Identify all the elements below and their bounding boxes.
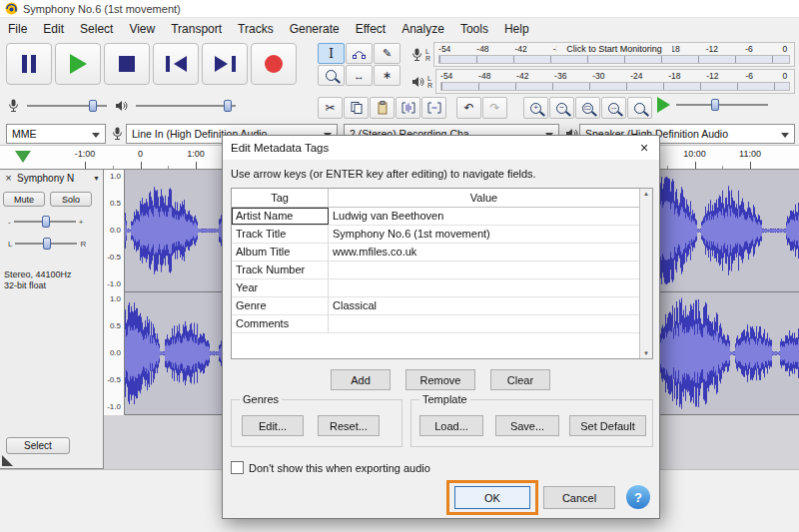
menu-effect[interactable]: Effect [348, 19, 394, 39]
tag-cell[interactable]: Genre [232, 297, 329, 314]
tag-cell[interactable]: Comments [232, 315, 329, 332]
scroll-up-icon[interactable]: ▲ [643, 191, 649, 197]
menu-file[interactable]: File [0, 19, 35, 39]
tag-cell[interactable]: Year [232, 279, 329, 296]
clear-button[interactable]: Clear [490, 369, 550, 390]
cancel-button[interactable]: Cancel [543, 486, 615, 509]
zoom-tool-button[interactable] [318, 65, 345, 86]
track-select-button[interactable]: Select [6, 437, 70, 454]
value-cell[interactable] [329, 279, 639, 296]
pause-button[interactable] [6, 43, 52, 85]
stop-button[interactable] [104, 43, 150, 85]
recording-volume-slider[interactable] [27, 98, 107, 114]
playback-meter[interactable]: LR -54-48-42-36-30-24-18-12-60 [411, 69, 795, 94]
meter-scale-number: -48 [476, 44, 488, 54]
playback-volume-slider[interactable] [136, 98, 236, 114]
menu-help[interactable]: Help [496, 19, 537, 39]
tag-cell[interactable]: Artist Name [232, 208, 329, 225]
record-button[interactable] [251, 43, 297, 85]
pause-icon [22, 55, 27, 73]
audio-host-select[interactable]: MME [6, 124, 106, 144]
mute-button[interactable]: Mute [3, 192, 45, 207]
value-cell[interactable] [329, 315, 639, 332]
monitoring-hint[interactable]: Click to Start Monitoring [556, 44, 672, 54]
silence-audio-button[interactable] [421, 97, 446, 119]
slider-thumb[interactable] [42, 216, 50, 228]
timeline-pin-icon[interactable] [15, 151, 31, 163]
slider-thumb[interactable] [711, 99, 719, 111]
genres-reset-button[interactable]: Reset... [318, 415, 380, 436]
menu-transport[interactable]: Transport [163, 19, 230, 39]
value-cell[interactable]: Ludwig van Beethoven [329, 208, 639, 225]
zoom-in-button[interactable]: + [523, 97, 548, 119]
remove-button[interactable]: Remove [405, 369, 475, 390]
play-button[interactable] [55, 43, 101, 85]
scroll-down-icon[interactable]: ▼ [643, 350, 649, 356]
recording-meter-bar [438, 55, 790, 64]
audacity-window: Symphony No.6 (1st movement) FileEditSel… [0, 0, 799, 532]
zoom-selection-button[interactable]: ▭ [575, 97, 600, 119]
slider-thumb[interactable] [43, 238, 51, 250]
redo-button[interactable]: ↷ [482, 97, 507, 119]
multi-tool-button[interactable]: ∗ [374, 65, 400, 86]
pan-right-label: R [80, 240, 86, 249]
template-load-button[interactable]: Load... [419, 415, 483, 436]
template-set-default-button[interactable]: Set Default [569, 415, 646, 436]
menu-generate[interactable]: Generate [282, 19, 348, 39]
dialog-close-button[interactable]: × [629, 136, 659, 160]
value-cell[interactable]: Classical [329, 297, 639, 314]
menu-tools[interactable]: Tools [452, 19, 496, 39]
value-cell[interactable]: Symphony No.6 (1st movement) [329, 226, 639, 243]
zoom-toggle-button[interactable] [627, 97, 652, 119]
help-button[interactable]: ? [626, 485, 650, 509]
menu-analyze[interactable]: Analyze [394, 19, 452, 39]
zoom-out-icon: − [556, 103, 567, 114]
selection-tool-button[interactable]: I [318, 43, 345, 64]
timeshift-tool-button[interactable]: ↔ [346, 65, 373, 86]
trim-audio-button[interactable] [396, 97, 420, 119]
zoom-out-button[interactable]: − [549, 97, 574, 119]
metadata-row: Track TitleSymphony No.6 (1st movement) [232, 226, 639, 244]
skip-to-start-button[interactable] [153, 43, 199, 85]
value-cell[interactable]: www.mfiles.co.uk [329, 244, 639, 261]
menu-edit[interactable]: Edit [35, 19, 72, 39]
vertical-scale-ruler[interactable]: 1.00.50.0-0.5-1.01.00.50.0-0.5-1.0 [104, 170, 125, 415]
cut-button[interactable]: ✂ [318, 97, 343, 119]
gain-slider[interactable] [14, 214, 76, 230]
table-scrollbar[interactable]: ▲ ▼ [639, 189, 652, 358]
menu-view[interactable]: View [121, 19, 163, 39]
menu-tracks[interactable]: Tracks [230, 19, 282, 39]
pan-slider[interactable] [15, 236, 77, 252]
menu-select[interactable]: Select [72, 19, 121, 39]
recording-meter[interactable]: LR -54-48-42-36-30-24-18-12-60 Click to … [411, 42, 795, 67]
slider-thumb[interactable] [224, 100, 232, 112]
skip-to-end-button[interactable] [202, 43, 248, 85]
dont-show-checkbox[interactable] [231, 461, 244, 474]
track-close-button[interactable]: × [3, 172, 14, 184]
tag-cell[interactable]: Track Number [232, 262, 329, 278]
scale-label: 1.0 [110, 172, 121, 181]
add-button[interactable]: Add [331, 369, 391, 390]
copy-button[interactable] [344, 97, 369, 119]
zoom-fit-button[interactable]: ↔ [601, 97, 626, 119]
zoom-tool-icon [326, 70, 337, 81]
slider-thumb[interactable] [89, 100, 97, 112]
paste-button[interactable] [370, 97, 395, 119]
track-name[interactable]: Symphony N [17, 173, 90, 184]
ok-button[interactable]: OK [454, 486, 530, 509]
undo-button[interactable]: ↶ [456, 97, 481, 119]
template-save-button[interactable]: Save... [495, 415, 559, 436]
record-icon [265, 55, 283, 73]
track-collapse-handle[interactable] [2, 455, 13, 466]
genres-edit-button[interactable]: Edit... [242, 415, 304, 436]
solo-button[interactable]: Solo [50, 192, 92, 207]
play-speed-slider[interactable] [676, 97, 768, 113]
envelope-tool-button[interactable] [346, 43, 373, 64]
draw-tool-button[interactable]: ✎ [374, 43, 400, 64]
pan-slider-row: L R [8, 236, 86, 252]
play-at-speed-icon[interactable] [657, 97, 670, 113]
tag-cell[interactable]: Album Title [232, 244, 329, 261]
track-menu-dropdown-icon[interactable]: ▼ [93, 175, 100, 182]
value-cell[interactable] [329, 262, 639, 278]
tag-cell[interactable]: Track Title [232, 226, 329, 243]
